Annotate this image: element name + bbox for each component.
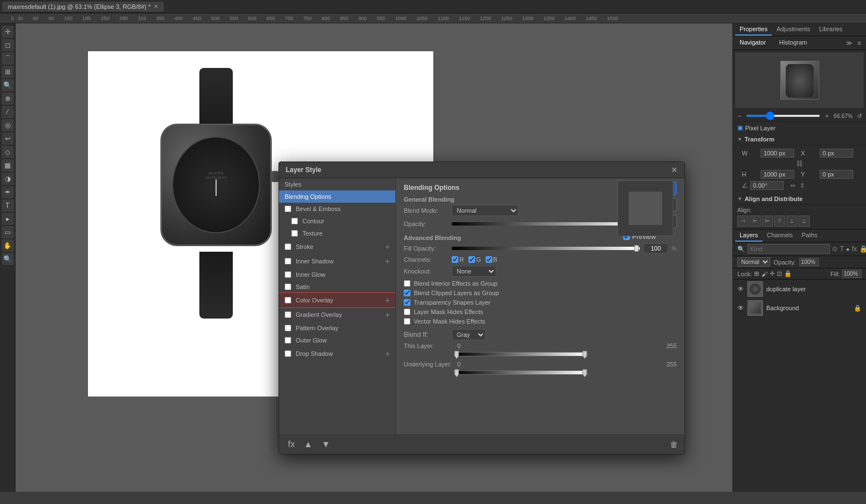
layer-mask-hides-checkbox[interactable] — [404, 309, 410, 315]
underlying-label: Underlying Layer: — [404, 361, 454, 368]
fill-opacity-input[interactable] — [643, 243, 668, 253]
blending-options-item[interactable]: Blending Options — [279, 190, 395, 203]
checkboxes-group: Blend Interior Effects as Group Blend Cl… — [404, 280, 677, 325]
fx-button[interactable]: fx — [286, 438, 297, 451]
contour-label: Contour — [302, 218, 324, 224]
this-layer-label: This Layer: — [404, 342, 454, 349]
inner-glow-item[interactable]: Inner Glow — [279, 268, 395, 281]
opacity-slider[interactable] — [452, 222, 640, 226]
color-overlay-plus-icon[interactable]: + — [385, 296, 390, 305]
b-label: B — [493, 256, 497, 263]
underlying-layer-row: Underlying Layer: 0 255 — [404, 361, 677, 368]
channel-r-checkbox[interactable] — [452, 256, 458, 263]
knockout-row: Knockout: None Shallow Deep — [404, 266, 677, 277]
bevel-emboss-label: Bevel & Emboss — [296, 205, 341, 212]
color-overlay-item[interactable]: Color Overlay + — [279, 293, 395, 307]
gradient-overlay-plus-icon[interactable]: + — [385, 310, 390, 319]
satin-item[interactable]: Satin — [279, 281, 395, 293]
drop-shadow-plus-icon[interactable]: + — [385, 349, 390, 358]
texture-checkbox[interactable] — [291, 230, 298, 237]
this-layer-min: 0 — [457, 342, 461, 349]
this-layer-left-thumb[interactable] — [454, 351, 459, 359]
this-layer-row: This Layer: 0 255 — [404, 342, 677, 349]
channel-g: G — [468, 256, 481, 263]
dialog-buttons: OK Cancel New Style... Preview — [623, 182, 679, 242]
channels-row: Channels: R G B — [404, 256, 677, 263]
color-overlay-label: Color Overlay — [296, 297, 333, 304]
outer-glow-item[interactable]: Outer Glow — [279, 334, 395, 346]
satin-checkbox[interactable] — [285, 283, 291, 290]
contour-checkbox[interactable] — [291, 218, 298, 224]
this-layer-max: 255 — [667, 342, 677, 349]
vector-mask-hides-checkbox[interactable] — [404, 318, 410, 325]
drop-shadow-label: Drop Shadow — [296, 350, 333, 357]
move-down-button[interactable]: ▼ — [319, 438, 332, 451]
opacity-blend-label: Opacity: — [404, 221, 448, 227]
channel-b: B — [486, 256, 497, 263]
fill-opacity-label: Fill Opacity: — [404, 245, 448, 252]
inner-glow-checkbox[interactable] — [285, 271, 291, 278]
blend-clipped-checkbox[interactable] — [404, 290, 410, 296]
inner-glow-label: Inner Glow — [296, 271, 325, 278]
blend-if-row: Blend If: Gray Red Green Blue — [404, 329, 677, 340]
blend-if-select[interactable]: Gray Red Green Blue — [452, 329, 486, 340]
move-up-button[interactable]: ▲ — [301, 438, 315, 451]
this-layer-right-thumb[interactable] — [583, 351, 587, 359]
texture-item[interactable]: Texture — [279, 227, 395, 239]
outer-glow-checkbox[interactable] — [285, 337, 291, 344]
this-layer-slider-track[interactable] — [454, 352, 588, 356]
blend-mode-select[interactable]: Normal Multiply Screen Overlay — [452, 205, 518, 216]
drop-shadow-item[interactable]: Drop Shadow + — [279, 346, 395, 361]
bevel-emboss-item[interactable]: Bevel & Emboss — [279, 203, 395, 215]
styles-header-label: Styles — [285, 181, 301, 188]
delete-style-button[interactable]: 🗑 — [670, 440, 678, 449]
preview-box — [618, 180, 673, 236]
knockout-select[interactable]: None Shallow Deep — [452, 266, 496, 277]
channel-r: R — [452, 256, 464, 263]
inner-shadow-plus-icon[interactable]: + — [385, 257, 390, 266]
vector-mask-hides-row: Vector Mask Hides Effects — [404, 318, 677, 325]
bevel-emboss-checkbox[interactable] — [285, 205, 291, 212]
styles-list: Styles Blending Options Bevel & Emboss C… — [279, 178, 396, 434]
fill-opacity-row: Fill Opacity: % — [404, 243, 677, 253]
stroke-checkbox[interactable] — [285, 243, 291, 250]
channel-g-checkbox[interactable] — [468, 256, 475, 263]
underlying-layer-section: Underlying Layer: 0 255 — [404, 361, 677, 375]
outer-glow-label: Outer Glow — [296, 337, 327, 344]
underlying-slider-track[interactable] — [454, 370, 588, 375]
dialog-overlay: Layer Style ✕ Styles Blending Options Be… — [0, 0, 866, 504]
blend-interior-row: Blend Interior Effects as Group — [404, 280, 677, 287]
color-overlay-checkbox[interactable] — [285, 297, 291, 304]
blend-clipped-label: Blend Clipped Layers as Group — [414, 290, 499, 296]
transparency-shapes-row: Transparency Shapes Layer — [404, 299, 677, 306]
styles-header-item[interactable]: Styles — [279, 178, 395, 190]
dialog-close-button[interactable]: ✕ — [671, 165, 678, 174]
fill-opacity-thumb[interactable] — [634, 245, 639, 252]
texture-label: Texture — [302, 230, 322, 237]
blend-interior-checkbox[interactable] — [404, 280, 410, 287]
stroke-item[interactable]: Stroke + — [279, 239, 395, 254]
layer-mask-hides-row: Layer Mask Hides Effects — [404, 309, 677, 315]
underlying-right-thumb[interactable] — [583, 369, 587, 377]
dialog-body: Styles Blending Options Bevel & Emboss C… — [279, 178, 684, 434]
underlying-left-thumb[interactable] — [454, 369, 459, 377]
dialog-titlebar: Layer Style ✕ — [279, 162, 684, 178]
stroke-plus-icon[interactable]: + — [385, 242, 390, 251]
stroke-label: Stroke — [296, 243, 314, 250]
contour-item[interactable]: Contour — [279, 215, 395, 227]
fill-opacity-slider[interactable] — [452, 247, 640, 250]
gradient-overlay-item[interactable]: Gradient Overlay + — [279, 307, 395, 322]
underlying-slider-container — [454, 370, 588, 375]
inner-shadow-item[interactable]: Inner Shadow + — [279, 254, 395, 268]
drop-shadow-checkbox[interactable] — [285, 350, 291, 357]
transparency-shapes-checkbox[interactable] — [404, 299, 410, 306]
pattern-overlay-label: Pattern Overlay — [296, 325, 338, 331]
transparency-shapes-label: Transparency Shapes Layer — [414, 299, 491, 306]
blend-interior-label: Blend Interior Effects as Group — [414, 280, 497, 287]
pattern-overlay-checkbox[interactable] — [285, 325, 291, 331]
gradient-overlay-checkbox[interactable] — [285, 311, 291, 318]
inner-shadow-checkbox[interactable] — [285, 258, 291, 265]
channel-b-checkbox[interactable] — [486, 256, 492, 263]
fill-percent: % — [672, 246, 677, 252]
pattern-overlay-item[interactable]: Pattern Overlay — [279, 322, 395, 334]
